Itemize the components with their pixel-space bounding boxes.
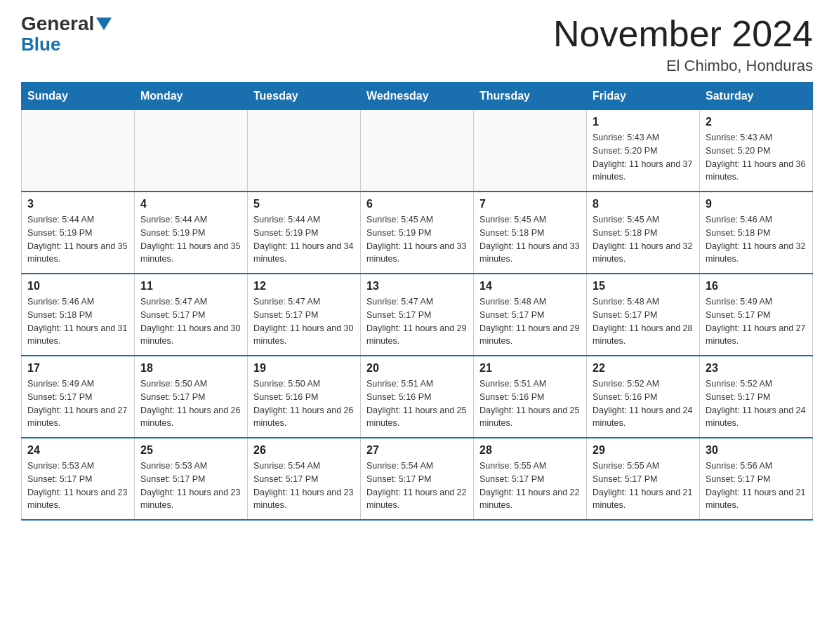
day-number: 2 — [706, 116, 807, 128]
day-info: Sunrise: 5:53 AMSunset: 5:17 PMDaylight:… — [27, 459, 128, 512]
logo-text-blue: Blue — [21, 35, 60, 53]
day-number: 26 — [253, 444, 355, 457]
logo-arrow-icon — [96, 18, 112, 33]
table-row — [22, 110, 135, 192]
day-info: Sunrise: 5:51 AMSunset: 5:16 PMDaylight:… — [479, 377, 581, 430]
table-row: 15Sunrise: 5:48 AMSunset: 5:17 PMDayligh… — [587, 274, 700, 356]
calendar-week-row: 17Sunrise: 5:49 AMSunset: 5:17 PMDayligh… — [22, 356, 813, 438]
day-number: 10 — [27, 280, 128, 293]
day-number: 13 — [366, 280, 468, 293]
calendar-week-row: 3Sunrise: 5:44 AMSunset: 5:19 PMDaylight… — [22, 192, 813, 274]
day-info: Sunrise: 5:43 AMSunset: 5:20 PMDaylight:… — [593, 131, 694, 184]
day-number: 29 — [593, 444, 694, 457]
table-row: 11Sunrise: 5:47 AMSunset: 5:17 PMDayligh… — [135, 274, 248, 356]
day-number: 18 — [140, 362, 241, 375]
col-wednesday: Wednesday — [361, 83, 474, 110]
day-info: Sunrise: 5:55 AMSunset: 5:17 PMDaylight:… — [479, 459, 581, 512]
table-row: 4Sunrise: 5:44 AMSunset: 5:19 PMDaylight… — [135, 192, 248, 274]
day-info: Sunrise: 5:54 AMSunset: 5:17 PMDaylight:… — [366, 459, 468, 512]
table-row: 25Sunrise: 5:53 AMSunset: 5:17 PMDayligh… — [135, 438, 248, 520]
table-row: 14Sunrise: 5:48 AMSunset: 5:17 PMDayligh… — [474, 274, 587, 356]
day-info: Sunrise: 5:52 AMSunset: 5:17 PMDaylight:… — [706, 377, 807, 430]
table-row — [361, 110, 474, 192]
table-row: 13Sunrise: 5:47 AMSunset: 5:17 PMDayligh… — [361, 274, 474, 356]
day-number: 9 — [706, 198, 807, 210]
table-row: 3Sunrise: 5:44 AMSunset: 5:19 PMDaylight… — [22, 192, 135, 274]
day-info: Sunrise: 5:52 AMSunset: 5:16 PMDaylight:… — [593, 377, 694, 430]
day-info: Sunrise: 5:43 AMSunset: 5:20 PMDaylight:… — [706, 131, 807, 184]
table-row — [135, 110, 248, 192]
table-row: 22Sunrise: 5:52 AMSunset: 5:16 PMDayligh… — [587, 356, 700, 438]
day-number: 5 — [253, 198, 355, 210]
day-number: 16 — [706, 280, 807, 293]
page-subtitle: El Chimbo, Honduras — [553, 57, 813, 75]
table-row: 6Sunrise: 5:45 AMSunset: 5:19 PMDaylight… — [361, 192, 474, 274]
table-row: 10Sunrise: 5:46 AMSunset: 5:18 PMDayligh… — [22, 274, 135, 356]
table-row: 28Sunrise: 5:55 AMSunset: 5:17 PMDayligh… — [474, 438, 587, 520]
col-sunday: Sunday — [22, 83, 135, 110]
day-number: 6 — [366, 198, 468, 210]
day-info: Sunrise: 5:49 AMSunset: 5:17 PMDaylight:… — [27, 377, 128, 430]
table-row: 29Sunrise: 5:55 AMSunset: 5:17 PMDayligh… — [587, 438, 700, 520]
table-row: 19Sunrise: 5:50 AMSunset: 5:16 PMDayligh… — [248, 356, 361, 438]
logo-text-general: General — [21, 14, 94, 34]
day-number: 1 — [593, 116, 694, 128]
day-number: 22 — [593, 362, 694, 375]
col-tuesday: Tuesday — [248, 83, 361, 110]
day-number: 20 — [366, 362, 468, 375]
table-row: 23Sunrise: 5:52 AMSunset: 5:17 PMDayligh… — [700, 356, 813, 438]
day-number: 28 — [479, 444, 581, 457]
day-info: Sunrise: 5:47 AMSunset: 5:17 PMDaylight:… — [140, 295, 241, 348]
day-number: 24 — [27, 444, 128, 457]
day-info: Sunrise: 5:46 AMSunset: 5:18 PMDaylight:… — [27, 295, 128, 348]
day-info: Sunrise: 5:44 AMSunset: 5:19 PMDaylight:… — [253, 213, 355, 266]
logo: General Blue — [21, 14, 112, 53]
table-row: 9Sunrise: 5:46 AMSunset: 5:18 PMDaylight… — [700, 192, 813, 274]
day-info: Sunrise: 5:45 AMSunset: 5:19 PMDaylight:… — [366, 213, 468, 266]
page-header: General Blue November 2024 El Chimbo, Ho… — [21, 14, 813, 75]
calendar-week-row: 10Sunrise: 5:46 AMSunset: 5:18 PMDayligh… — [22, 274, 813, 356]
table-row: 8Sunrise: 5:45 AMSunset: 5:18 PMDaylight… — [587, 192, 700, 274]
table-row: 2Sunrise: 5:43 AMSunset: 5:20 PMDaylight… — [700, 110, 813, 192]
day-number: 30 — [706, 444, 807, 457]
day-number: 25 — [140, 444, 241, 457]
table-row: 27Sunrise: 5:54 AMSunset: 5:17 PMDayligh… — [361, 438, 474, 520]
table-row: 17Sunrise: 5:49 AMSunset: 5:17 PMDayligh… — [22, 356, 135, 438]
day-number: 17 — [27, 362, 128, 375]
day-info: Sunrise: 5:50 AMSunset: 5:17 PMDaylight:… — [140, 377, 241, 430]
calendar-week-row: 24Sunrise: 5:53 AMSunset: 5:17 PMDayligh… — [22, 438, 813, 520]
day-info: Sunrise: 5:55 AMSunset: 5:17 PMDaylight:… — [593, 459, 694, 512]
day-info: Sunrise: 5:51 AMSunset: 5:16 PMDaylight:… — [366, 377, 468, 430]
title-block: November 2024 El Chimbo, Honduras — [553, 14, 813, 75]
day-info: Sunrise: 5:48 AMSunset: 5:17 PMDaylight:… — [593, 295, 694, 348]
col-monday: Monday — [135, 83, 248, 110]
table-row: 16Sunrise: 5:49 AMSunset: 5:17 PMDayligh… — [700, 274, 813, 356]
table-row: 12Sunrise: 5:47 AMSunset: 5:17 PMDayligh… — [248, 274, 361, 356]
table-row: 21Sunrise: 5:51 AMSunset: 5:16 PMDayligh… — [474, 356, 587, 438]
day-number: 7 — [479, 198, 581, 210]
day-number: 19 — [253, 362, 355, 375]
calendar-table: Sunday Monday Tuesday Wednesday Thursday… — [21, 82, 813, 521]
day-info: Sunrise: 5:53 AMSunset: 5:17 PMDaylight:… — [140, 459, 241, 512]
day-number: 12 — [253, 280, 355, 293]
day-number: 11 — [140, 280, 241, 293]
table-row: 30Sunrise: 5:56 AMSunset: 5:17 PMDayligh… — [700, 438, 813, 520]
day-number: 15 — [593, 280, 694, 293]
day-info: Sunrise: 5:47 AMSunset: 5:17 PMDaylight:… — [253, 295, 355, 348]
col-friday: Friday — [587, 83, 700, 110]
table-row: 24Sunrise: 5:53 AMSunset: 5:17 PMDayligh… — [22, 438, 135, 520]
table-row — [248, 110, 361, 192]
calendar-header-row: Sunday Monday Tuesday Wednesday Thursday… — [22, 83, 813, 110]
calendar-week-row: 1Sunrise: 5:43 AMSunset: 5:20 PMDaylight… — [22, 110, 813, 192]
day-number: 8 — [593, 198, 694, 210]
svg-marker-0 — [96, 18, 112, 30]
table-row — [474, 110, 587, 192]
table-row: 18Sunrise: 5:50 AMSunset: 5:17 PMDayligh… — [135, 356, 248, 438]
day-info: Sunrise: 5:50 AMSunset: 5:16 PMDaylight:… — [253, 377, 355, 430]
table-row: 20Sunrise: 5:51 AMSunset: 5:16 PMDayligh… — [361, 356, 474, 438]
day-info: Sunrise: 5:47 AMSunset: 5:17 PMDaylight:… — [366, 295, 468, 348]
page-title: November 2024 — [553, 14, 813, 54]
day-info: Sunrise: 5:44 AMSunset: 5:19 PMDaylight:… — [27, 213, 128, 266]
day-number: 21 — [479, 362, 581, 375]
day-number: 4 — [140, 198, 241, 210]
